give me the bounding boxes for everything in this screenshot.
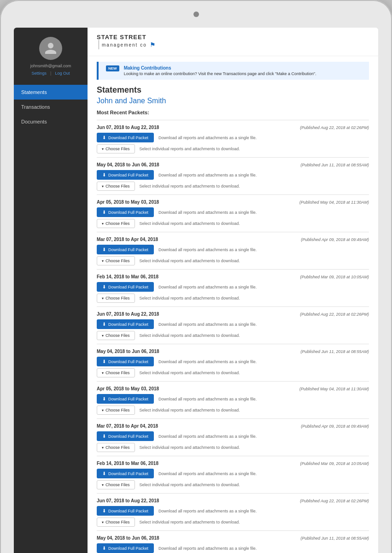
choose-files-button[interactable]: ▾ Choose Files xyxy=(97,480,135,489)
choose-files-button[interactable]: ▾ Choose Files xyxy=(97,443,135,452)
download-full-packet-button[interactable]: ⬇ Download Full Packet xyxy=(97,207,154,217)
download-label: Download Full Packet xyxy=(108,546,148,551)
packet-header: Mar 07, 2018 to Apr 04, 2018 (Published … xyxy=(97,237,369,242)
download-full-packet-button[interactable]: ⬇ Download Full Packet xyxy=(97,357,154,366)
download-icon: ⬇ xyxy=(102,135,106,140)
choose-files-button[interactable]: ▾ Choose Files xyxy=(97,331,135,340)
packet-published-date: (Published Aug 22, 2018 at 02:26PM) xyxy=(300,125,369,130)
download-row: ⬇ Download Full Packet Download all repo… xyxy=(97,207,369,217)
sidebar-item-statements[interactable]: Statements xyxy=(14,85,88,100)
tablet-screen: johnsmith@gmail.com Settings | Log Out S… xyxy=(14,28,378,553)
choose-files-label: Choose Files xyxy=(105,371,130,375)
packet-actions: ⬇ Download Full Packet Download all repo… xyxy=(97,543,369,553)
packet-published-date: (Published Jun 11, 2018 at 08:55AM) xyxy=(300,536,369,541)
choose-files-button[interactable]: ▾ Choose Files xyxy=(97,182,135,191)
choose-files-button[interactable]: ▾ Choose Files xyxy=(97,368,135,377)
packet-published-date: (Published Mar 09, 2018 at 10:05AM) xyxy=(300,275,369,279)
chevron-down-icon: ▾ xyxy=(102,147,104,151)
download-label: Download Full Packet xyxy=(108,359,148,364)
choose-files-button[interactable]: ▾ Choose Files xyxy=(97,518,135,527)
packet-header: Jun 07, 2018 to Aug 22, 2018 (Published … xyxy=(97,498,369,503)
packet-item: Mar 07, 2018 to Apr 04, 2018 (Published … xyxy=(97,418,369,456)
download-description: Download all reports and attachments as … xyxy=(158,173,257,177)
download-full-packet-button[interactable]: ⬇ Download Full Packet xyxy=(97,282,154,292)
packet-actions: ⬇ Download Full Packet Download all repo… xyxy=(97,319,369,340)
packet-date-range: Jun 07, 2018 to Aug 22, 2018 xyxy=(97,312,159,317)
download-row: ⬇ Download Full Packet Download all repo… xyxy=(97,469,369,478)
download-full-packet-button[interactable]: ⬇ Download Full Packet xyxy=(97,431,154,441)
sidebar-item-transactions[interactable]: Transactions xyxy=(14,100,88,114)
packet-item: Feb 14, 2018 to Mar 06, 2018 (Published … xyxy=(97,456,369,493)
download-label: Download Full Packet xyxy=(108,247,148,252)
packet-actions: ⬇ Download Full Packet Download all repo… xyxy=(97,469,369,489)
choose-description: Select individual reports and attachment… xyxy=(140,333,240,338)
packet-date-range: May 04, 2018 to Jun 06, 2018 xyxy=(97,349,159,354)
choose-row: ▾ Choose Files Select individual reports… xyxy=(97,182,369,191)
choose-files-button[interactable]: ▾ Choose Files xyxy=(97,256,135,265)
choose-description: Select individual reports and attachment… xyxy=(140,221,240,226)
download-icon: ⬇ xyxy=(102,471,106,476)
packet-header: Apr 05, 2018 to May 03, 2018 (Published … xyxy=(97,386,369,391)
download-description: Download all reports and attachments as … xyxy=(158,247,257,252)
choose-description: Select individual reports and attachment… xyxy=(140,296,240,300)
chevron-down-icon: ▾ xyxy=(102,296,104,300)
download-full-packet-button[interactable]: ⬇ Download Full Packet xyxy=(97,469,154,478)
download-icon: ⬇ xyxy=(102,247,106,252)
download-full-packet-button[interactable]: ⬇ Download Full Packet xyxy=(97,245,154,254)
packet-header: Jun 07, 2018 to Aug 22, 2018 (Published … xyxy=(97,312,369,317)
packet-date-range: Apr 05, 2018 to May 03, 2018 xyxy=(97,386,159,391)
packet-date-range: Apr 05, 2018 to May 03, 2018 xyxy=(97,200,159,205)
download-row: ⬇ Download Full Packet Download all repo… xyxy=(97,245,369,254)
packet-actions: ⬇ Download Full Packet Download all repo… xyxy=(97,394,369,415)
tablet-camera-icon xyxy=(193,12,199,17)
packet-header: May 04, 2018 to Jun 06, 2018 (Published … xyxy=(97,535,369,541)
packet-item: Mar 07, 2018 to Apr 04, 2018 (Published … xyxy=(97,232,369,269)
download-full-packet-button[interactable]: ⬇ Download Full Packet xyxy=(97,394,154,404)
sidebar-item-documents[interactable]: Documents xyxy=(14,114,88,129)
choose-files-button[interactable]: ▾ Choose Files xyxy=(97,144,135,153)
packet-date-range: Jun 07, 2018 to Aug 22, 2018 xyxy=(97,125,159,130)
choose-row: ▾ Choose Files Select individual reports… xyxy=(97,331,369,340)
packet-item: Apr 05, 2018 to May 03, 2018 (Published … xyxy=(97,194,369,232)
settings-link[interactable]: Settings xyxy=(32,71,47,76)
chevron-down-icon: ▾ xyxy=(102,184,104,188)
download-row: ⬇ Download Full Packet Download all repo… xyxy=(97,506,369,516)
packet-header: May 04, 2018 to Jun 06, 2018 (Published … xyxy=(97,162,369,167)
download-full-packet-button[interactable]: ⬇ Download Full Packet xyxy=(97,319,154,329)
packet-item: Jun 07, 2018 to Aug 22, 2018 (Published … xyxy=(97,493,369,530)
packet-actions: ⬇ Download Full Packet Download all repo… xyxy=(97,170,369,191)
choose-row: ▾ Choose Files Select individual reports… xyxy=(97,480,369,489)
download-row: ⬇ Download Full Packet Download all repo… xyxy=(97,319,369,329)
download-full-packet-button[interactable]: ⬇ Download Full Packet xyxy=(97,543,154,553)
download-label: Download Full Packet xyxy=(108,322,148,327)
choose-files-button[interactable]: ▾ Choose Files xyxy=(97,219,135,228)
sidebar-navigation: Statements Transactions Documents xyxy=(14,85,88,129)
download-description: Download all reports and attachments as … xyxy=(158,322,257,327)
download-full-packet-button[interactable]: ⬇ Download Full Packet xyxy=(97,133,154,142)
choose-files-label: Choose Files xyxy=(105,333,130,338)
download-icon: ⬇ xyxy=(102,359,106,364)
choose-row: ▾ Choose Files Select individual reports… xyxy=(97,294,369,303)
packet-actions: ⬇ Download Full Packet Download all repo… xyxy=(97,133,369,153)
download-full-packet-button[interactable]: ⬇ Download Full Packet xyxy=(97,170,154,180)
download-icon: ⬇ xyxy=(102,396,106,401)
packet-published-date: (Published Jun 11, 2018 at 08:55AM) xyxy=(300,349,369,354)
packet-date-range: Feb 14, 2018 to Mar 06, 2018 xyxy=(97,274,158,279)
packet-item: May 04, 2018 to Jun 06, 2018 (Published … xyxy=(97,530,369,553)
download-full-packet-button[interactable]: ⬇ Download Full Packet xyxy=(97,506,154,516)
download-description: Download all reports and attachments as … xyxy=(158,546,257,551)
download-icon: ⬇ xyxy=(102,284,106,289)
packet-date-range: Jun 07, 2018 to Aug 22, 2018 xyxy=(97,498,159,503)
packet-date-range: Feb 14, 2018 to Mar 06, 2018 xyxy=(97,461,158,466)
packet-published-date: (Published Apr 09, 2018 at 09:49AM) xyxy=(301,424,369,429)
packet-published-date: (Published Apr 09, 2018 at 09:49AM) xyxy=(301,237,369,242)
download-row: ⬇ Download Full Packet Download all repo… xyxy=(97,170,369,180)
download-description: Download all reports and attachments as … xyxy=(158,135,257,140)
packet-item: May 04, 2018 to Jun 06, 2018 (Published … xyxy=(97,344,369,381)
choose-files-label: Choose Files xyxy=(105,482,130,487)
logout-link[interactable]: Log Out xyxy=(55,71,70,76)
choose-files-button[interactable]: ▾ Choose Files xyxy=(97,294,135,303)
choose-files-button[interactable]: ▾ Choose Files xyxy=(97,406,135,415)
choose-description: Select individual reports and attachment… xyxy=(140,147,240,151)
packet-published-date: (Published Aug 22, 2018 at 02:26PM) xyxy=(300,312,369,317)
